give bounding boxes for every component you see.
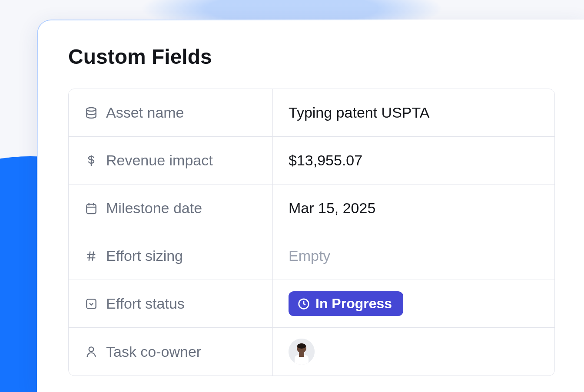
status-badge-in-progress[interactable]: In Progress xyxy=(289,291,403,316)
person-icon xyxy=(84,345,98,359)
field-label: Effort sizing xyxy=(106,247,183,264)
svg-rect-9 xyxy=(299,352,304,357)
field-row-effort-status: Effort status In Progress xyxy=(69,280,554,328)
field-label-cell: Task co-owner xyxy=(69,328,273,376)
hash-icon xyxy=(84,249,98,263)
field-label: Revenue impact xyxy=(106,152,213,169)
custom-fields-table: Asset name Typing patent USPTA Revenue i… xyxy=(68,89,555,376)
field-label: Task co-owner xyxy=(106,343,201,360)
svg-rect-2 xyxy=(86,299,96,308)
field-value: Typing patent USPTA xyxy=(289,104,429,121)
svg-point-4 xyxy=(89,347,94,352)
dropdown-box-icon xyxy=(84,297,98,311)
field-row-revenue-impact: Revenue impact $13,955.07 xyxy=(69,137,554,184)
field-value-cell[interactable]: $13,955.07 xyxy=(273,137,554,184)
status-label: In Progress xyxy=(315,296,392,312)
avatar[interactable] xyxy=(289,339,315,365)
svg-point-0 xyxy=(86,108,96,111)
field-value-empty: Empty xyxy=(289,247,330,264)
field-label-cell: Milestone date xyxy=(69,184,273,232)
field-label-cell: Asset name xyxy=(69,89,273,136)
field-label: Effort status xyxy=(106,295,185,312)
field-row-task-coowner: Task co-owner xyxy=(69,328,554,376)
database-icon xyxy=(84,106,98,120)
field-value-cell[interactable]: Mar 15, 2025 xyxy=(273,184,554,232)
field-row-asset-name: Asset name Typing patent USPTA xyxy=(69,89,554,137)
field-value-cell[interactable] xyxy=(273,328,554,376)
svg-point-7 xyxy=(297,343,306,349)
field-value: $13,955.07 xyxy=(289,152,362,169)
field-label-cell: Effort sizing xyxy=(69,232,273,280)
custom-fields-card: Custom Fields Asset name Typing patent U… xyxy=(37,20,584,392)
field-value-cell[interactable]: Typing patent USPTA xyxy=(273,89,554,136)
field-row-milestone-date: Milestone date Mar 15, 2025 xyxy=(69,184,554,232)
field-value-cell[interactable]: Empty xyxy=(273,232,554,280)
field-label-cell: Revenue impact xyxy=(69,137,273,184)
dollar-icon xyxy=(84,154,98,168)
field-label-cell: Effort status xyxy=(69,280,273,327)
field-value: Mar 15, 2025 xyxy=(289,200,375,217)
progress-clock-icon xyxy=(297,297,310,310)
page-title: Custom Fields xyxy=(68,45,584,69)
field-row-effort-sizing: Effort sizing Empty xyxy=(69,232,554,280)
svg-rect-1 xyxy=(86,204,96,213)
field-label: Asset name xyxy=(106,104,184,121)
field-label: Milestone date xyxy=(106,200,202,217)
field-value-cell[interactable]: In Progress xyxy=(273,280,554,327)
calendar-icon xyxy=(84,201,98,215)
